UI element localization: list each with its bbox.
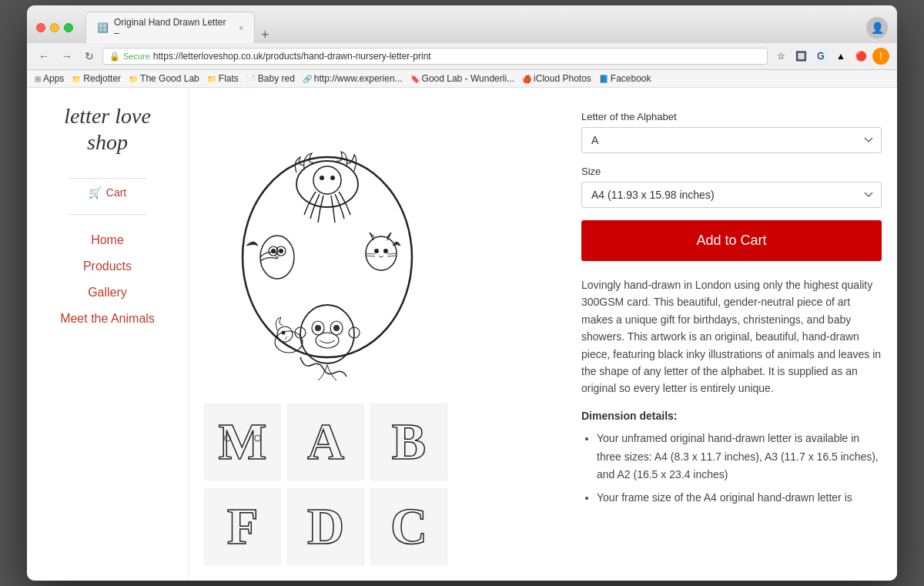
thumbnail-row-1: M A B <box>204 404 566 481</box>
folder-icon-flats: 📁 <box>207 75 216 83</box>
bookmark-experien-label: http://www.experien... <box>314 73 403 84</box>
nav-toolbar-icons: ☆ 🔲 G ▲ 🔴 ! <box>772 48 889 65</box>
bookmark-star-icon[interactable]: ☆ <box>772 48 789 65</box>
svg-point-1 <box>296 161 358 207</box>
link-icon-experien: 🔗 <box>303 75 312 83</box>
size-field-group: Size A4 (11.93 x 15.98 inches) A3 (16.93… <box>581 166 882 208</box>
product-description: Lovingly hand-drawn in London using only… <box>581 276 882 397</box>
main-product-image <box>204 103 450 396</box>
forward-button[interactable]: → <box>58 49 76 64</box>
svg-text:D: D <box>307 498 344 554</box>
size-select[interactable]: A4 (11.93 x 15.98 inches) A3 (16.93 x 23… <box>581 182 882 208</box>
sidebar-divider <box>69 178 146 179</box>
bookmark-icon-wunder: 🔖 <box>410 75 420 83</box>
bookmark-baby-red-label: Baby red <box>258 73 295 84</box>
cart-link[interactable]: 🛒 Cart <box>89 186 126 199</box>
product-main: M A B <box>189 88 897 581</box>
svg-point-16 <box>315 325 321 331</box>
sidebar-item-meet-animals[interactable]: Meet the Animals <box>60 309 155 329</box>
site-logo: letter love shop <box>64 103 151 155</box>
extension-icon-3[interactable]: ▲ <box>832 48 849 65</box>
dimension-item-1: Your unframed original hand-drawn letter… <box>597 430 882 484</box>
tab-close-icon[interactable]: × <box>239 24 243 32</box>
bookmark-baby-red[interactable]: 📄 Baby red <box>246 73 295 84</box>
bookmark-facebook-label: Facebook <box>611 73 651 84</box>
bookmark-flats-label: Flats <box>219 73 239 84</box>
svg-text:F: F <box>227 498 259 554</box>
lock-icon: 🔒 <box>109 52 120 62</box>
logo-line1: letter love <box>64 104 151 128</box>
fullscreen-button[interactable] <box>64 23 73 32</box>
close-button[interactable] <box>36 23 45 32</box>
address-bar[interactable]: 🔒 Secure https://letterloveshop.co.uk/pr… <box>102 48 768 65</box>
extension-icon-5[interactable]: ! <box>872 48 889 65</box>
sidebar-divider-2 <box>69 214 146 215</box>
bookmarks-bar: ⊞ Apps 📁 Redjotter 📁 The Good Lab 📁 Flat… <box>27 70 897 88</box>
bookmark-good-lab-wunder[interactable]: 🔖 Good Lab - Wunderli... <box>410 73 515 84</box>
title-bar: 🔠 Original Hand Drawn Letter – × + 👤 <box>27 5 897 43</box>
reload-button[interactable]: ↻ <box>81 49 98 64</box>
svg-point-2 <box>313 166 341 194</box>
sidebar: letter love shop 🛒 Cart Home Products Ga… <box>27 88 189 581</box>
bookmark-redjotter[interactable]: 📁 Redjotter <box>72 73 121 84</box>
letter-field-label: Letter of the Alphabet <box>581 111 882 122</box>
thumbnail-extra-3[interactable]: C <box>370 488 447 565</box>
new-tab-button[interactable]: + <box>255 27 276 43</box>
logo-line2: shop <box>87 130 128 154</box>
svg-text:C: C <box>390 498 427 554</box>
doc-icon-baby-red: 📄 <box>246 75 256 83</box>
thumbnail-extra-2[interactable]: D <box>287 488 364 565</box>
sidebar-products-label: Products <box>83 260 132 273</box>
product-info-panel: Letter of the Alphabet A BCDE Size A4 (1… <box>581 103 882 565</box>
bookmark-good-lab-label: The Good Lab <box>140 73 199 84</box>
svg-point-11 <box>374 249 379 253</box>
sidebar-item-gallery[interactable]: Gallery <box>88 283 127 303</box>
bookmark-good-lab[interactable]: 📁 The Good Lab <box>129 73 199 84</box>
sidebar-item-home[interactable]: Home <box>91 230 124 250</box>
thumbnail-a[interactable]: A <box>287 404 364 481</box>
letter-select[interactable]: A BCDE <box>581 127 882 153</box>
svg-point-5 <box>260 236 294 279</box>
bookmark-icloud-label: iCloud Photos <box>534 73 591 84</box>
svg-point-3 <box>320 176 324 180</box>
thumbnail-b[interactable]: B <box>370 404 447 481</box>
bookmark-apps-label: Apps <box>43 73 64 84</box>
bookmark-apps[interactable]: ⊞ Apps <box>35 73 64 84</box>
svg-text:B: B <box>392 414 426 470</box>
bookmark-icloud[interactable]: 🍎 iCloud Photos <box>522 73 591 84</box>
tab-favicon: 🔠 <box>97 22 108 33</box>
bookmark-wunder-label: Good Lab - Wunderli... <box>422 73 515 84</box>
main-content: letter love shop 🛒 Cart Home Products Ga… <box>27 88 897 581</box>
svg-point-12 <box>383 249 388 253</box>
sidebar-item-products[interactable]: Products <box>83 256 132 276</box>
bookmark-flats[interactable]: 📁 Flats <box>207 73 239 84</box>
product-images: M A B <box>204 103 566 565</box>
svg-point-17 <box>333 325 340 331</box>
minimize-button[interactable] <box>50 23 59 32</box>
thumbnail-extra-1[interactable]: F <box>204 488 281 565</box>
bookmark-experien[interactable]: 🔗 http://www.experien... <box>303 73 403 84</box>
svg-point-21 <box>275 331 303 353</box>
extension-icon-2[interactable]: G <box>812 48 829 65</box>
sidebar-home-label: Home <box>91 233 124 246</box>
nav-bar: ← → ↻ 🔒 Secure https://letterloveshop.co… <box>27 43 897 70</box>
sidebar-nav: Home Products Gallery Meet the Animals <box>42 230 172 329</box>
active-tab[interactable]: 🔠 Original Hand Drawn Letter – × <box>85 12 255 43</box>
cart-label: Cart <box>106 186 126 199</box>
extension-icon-1[interactable]: 🔲 <box>792 48 809 65</box>
thumbnail-m[interactable]: M <box>204 404 281 481</box>
folder-icon-goodlab: 📁 <box>129 75 138 83</box>
add-to-cart-button[interactable]: Add to Cart <box>581 220 882 261</box>
bookmark-redjotter-label: Redjotter <box>83 73 121 84</box>
bookmark-facebook[interactable]: 📘 Facebook <box>599 73 651 84</box>
dimension-item-2: Your frame size of the A4 original hand-… <box>597 489 882 507</box>
back-button[interactable]: ← <box>35 49 53 64</box>
folder-icon-redjotter: 📁 <box>72 75 81 83</box>
traffic-lights <box>36 23 73 32</box>
extension-icon-4[interactable]: 🔴 <box>852 48 869 65</box>
cart-icon: 🛒 <box>89 186 102 199</box>
letter-illustration-svg <box>204 103 450 396</box>
size-field-label: Size <box>581 166 882 177</box>
svg-point-13 <box>300 305 354 363</box>
tab-title: Original Hand Drawn Letter – <box>114 17 233 39</box>
